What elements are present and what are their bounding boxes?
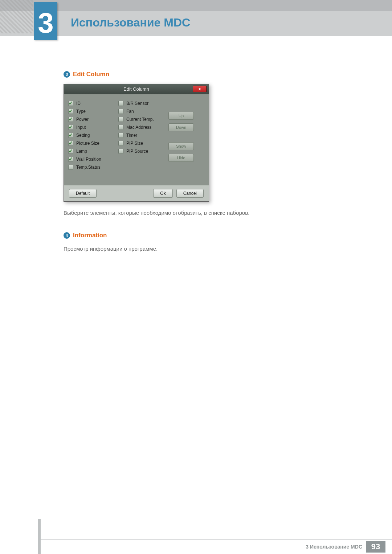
check-power[interactable]: Power	[68, 117, 115, 122]
edit-column-caption: Выберите элементы, которые необходимо от…	[64, 209, 356, 217]
checkbox-icon[interactable]	[68, 125, 73, 130]
dialog-body: ID Type Power Input Setting Picture Size…	[64, 94, 209, 185]
check-label: PIP Size	[126, 141, 143, 146]
checkbox-icon[interactable]	[68, 109, 73, 114]
page-number: 93	[366, 541, 385, 553]
footer-text: 3 Использование MDC	[306, 544, 362, 550]
check-current-temp[interactable]: Current Temp.	[118, 117, 166, 122]
checkbox-icon[interactable]	[68, 141, 73, 146]
check-label: Lamp	[76, 149, 87, 154]
check-label: PIP Source	[126, 149, 148, 154]
bullet-3-icon: 3	[64, 71, 70, 78]
ok-button[interactable]: Ok	[153, 189, 172, 198]
checkbox-icon[interactable]	[68, 165, 73, 170]
chapter-number: 3	[34, 9, 57, 37]
edit-column-dialog: Edit Column x ID Type Power Input Settin…	[64, 84, 209, 202]
check-label: Power	[76, 117, 89, 122]
corner-decoration	[0, 0, 33, 33]
up-button[interactable]: Up	[168, 112, 194, 120]
page-footer: 3 Использование MDC 93	[0, 539, 392, 554]
checkbox-icon[interactable]	[118, 125, 123, 130]
check-wall-position[interactable]: Wall Position	[68, 157, 115, 162]
check-timer[interactable]: Timer	[118, 133, 166, 138]
checkbox-icon[interactable]	[68, 101, 73, 106]
check-fan[interactable]: Fan	[118, 109, 166, 114]
checkbox-icon[interactable]	[118, 101, 123, 106]
check-label: Temp.Status	[76, 165, 101, 170]
checkbox-icon[interactable]	[68, 149, 73, 154]
checkbox-icon[interactable]	[118, 149, 123, 154]
bullet-4-icon: 4	[64, 232, 70, 239]
check-setting[interactable]: Setting	[68, 133, 115, 138]
check-pip-size[interactable]: PIP Size	[118, 141, 166, 146]
checkbox-icon[interactable]	[118, 109, 123, 114]
check-picture-size[interactable]: Picture Size	[68, 141, 115, 146]
check-pip-source[interactable]: PIP Source	[118, 149, 166, 154]
check-label: Mac Address	[126, 125, 151, 130]
chapter-title: Использование MDC	[71, 16, 190, 29]
check-input[interactable]: Input	[68, 125, 115, 130]
check-mac-address[interactable]: Mac Address	[118, 125, 166, 130]
show-button[interactable]: Show	[168, 142, 194, 150]
page-content: 3 Edit Column Edit Column x ID Type Powe…	[64, 71, 356, 267]
check-label: Fan	[126, 109, 134, 114]
check-id[interactable]: ID	[68, 101, 115, 106]
checkbox-icon[interactable]	[68, 157, 73, 162]
checkbox-icon[interactable]	[118, 141, 123, 146]
check-type[interactable]: Type	[68, 109, 115, 114]
check-label: Wall Position	[76, 157, 101, 162]
check-label: B/R Sensor	[126, 101, 148, 106]
header-bar	[0, 11, 392, 36]
checkbox-column-2: B/R Sensor Fan Current Temp. Mac Address…	[118, 101, 166, 181]
close-button[interactable]: x	[193, 86, 207, 92]
checkbox-column-1: ID Type Power Input Setting Picture Size…	[68, 101, 115, 181]
top-stripe	[0, 0, 392, 11]
dialog-footer: Default Ok Cancel	[64, 185, 209, 201]
check-label: Current Temp.	[126, 117, 154, 122]
check-lamp[interactable]: Lamp	[68, 149, 115, 154]
check-br-sensor[interactable]: B/R Sensor	[118, 101, 166, 106]
dialog-title: Edit Column	[123, 86, 149, 92]
check-label: Type	[76, 109, 86, 114]
default-button[interactable]: Default	[69, 189, 97, 198]
checkbox-icon[interactable]	[118, 117, 123, 122]
check-label: Setting	[76, 133, 90, 138]
checkbox-icon[interactable]	[68, 117, 73, 122]
cancel-button[interactable]: Cancel	[176, 189, 204, 198]
section-title-information: Information	[73, 232, 107, 239]
hide-button[interactable]: Hide	[168, 154, 194, 162]
side-buttons: Up Down Show Hide	[168, 101, 204, 181]
check-temp-status[interactable]: Temp.Status	[68, 165, 115, 170]
section-heading-edit-column: 3 Edit Column	[64, 71, 356, 78]
information-body: Просмотр информации о программе.	[64, 245, 356, 253]
dialog-titlebar[interactable]: Edit Column x	[64, 84, 209, 94]
section-title-edit-column: Edit Column	[73, 71, 109, 78]
checkbox-icon[interactable]	[118, 133, 123, 138]
check-label: Picture Size	[76, 141, 99, 146]
down-button[interactable]: Down	[168, 123, 194, 131]
check-label: Timer	[126, 133, 137, 138]
section-heading-information: 4 Information	[64, 232, 356, 239]
close-icon: x	[198, 86, 201, 91]
chapter-badge: 3	[34, 2, 57, 40]
check-label: ID	[76, 101, 81, 106]
footer-rule	[38, 539, 392, 540]
checkbox-icon[interactable]	[68, 133, 73, 138]
check-label: Input	[76, 125, 86, 130]
